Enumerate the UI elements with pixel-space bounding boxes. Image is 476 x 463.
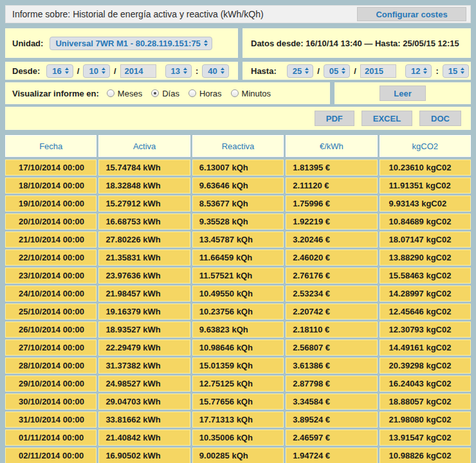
read-button[interactable]: Leer	[380, 86, 426, 101]
unit-select-value: Universal 7WR M1 - 80.28.119.151:75	[55, 39, 200, 48]
from-panel: Desde: 16 / 10 / 13 : 40	[5, 62, 238, 80]
unit-row: Unidad: Universal 7WR M1 - 80.28.119.151…	[5, 28, 471, 58]
from-minute-select[interactable]: 40	[202, 64, 228, 78]
radio-meses[interactable]: Meses	[107, 89, 142, 98]
from-label: Desde:	[12, 66, 40, 76]
from-year-input[interactable]	[120, 64, 156, 78]
radio-label: Minutos	[242, 89, 271, 98]
table-cell: 24/10/2014 00:00	[5, 286, 96, 302]
time-separator: :	[196, 66, 198, 76]
date-separator: /	[317, 66, 320, 76]
table-cell: 21/10/2014 00:00	[5, 232, 96, 248]
table-cell: 10.23610 kgC02	[380, 159, 471, 176]
table-cell: 15.77656 kQh	[192, 394, 284, 410]
table-cell: 26/10/2014 00:00	[5, 322, 96, 338]
export-row: PDFEXCELDOC	[5, 107, 471, 130]
from-day-select[interactable]: 16	[46, 64, 73, 78]
from-month-select[interactable]: 10	[83, 64, 109, 78]
export-doc-button[interactable]: DOC	[419, 111, 461, 126]
table-cell: 13.91547 kgC02	[380, 430, 471, 446]
table-cell: 23.97636 kWh	[98, 268, 190, 284]
from-minute-value: 40	[208, 66, 217, 76]
to-hour-select[interactable]: 12	[405, 64, 432, 78]
page-title: Informe sobre: Historial de energía acti…	[12, 9, 264, 19]
radio-dot-icon[interactable]	[151, 89, 159, 97]
table-cell: 18.88057 kgC02	[380, 394, 471, 410]
table-cell: 20/10/2014 00:00	[5, 213, 96, 230]
table-row: 23/10/2014 00:0023.97636 kWh11.57521 kQh…	[5, 268, 471, 284]
radio-dot-icon[interactable]	[188, 89, 196, 97]
table-cell: 15.58463 kgC02	[380, 268, 471, 284]
export-panel: PDFEXCELDOC	[5, 107, 471, 130]
table-cell: 29/10/2014 00:00	[5, 376, 96, 392]
to-month-select[interactable]: 05	[324, 64, 350, 78]
date-row: Desde: 16 / 10 / 13 : 40 Hasta: 25 / 05 …	[5, 62, 471, 80]
spinner-icon	[65, 68, 69, 74]
export-pdf-button[interactable]: PDF	[315, 111, 354, 126]
table-cell: 23/10/2014 00:00	[5, 268, 96, 284]
unit-select[interactable]: Universal 7WR M1 - 80.28.119.151:75	[50, 37, 212, 50]
from-hour-value: 13	[171, 66, 180, 76]
table-cell: 2.46597 €	[286, 430, 377, 446]
table-cell: 19/10/2014 00:00	[5, 195, 96, 212]
title-bar: Informe sobre: Historial de energía acti…	[5, 5, 471, 23]
radio-dot-icon[interactable]	[231, 89, 239, 97]
table-cell: 1.94724 €	[286, 448, 377, 463]
table-cell: 3.20246 €	[286, 232, 377, 248]
table-cell: 01/11/2014 00:00	[5, 430, 96, 446]
spinner-icon	[423, 68, 427, 74]
table-row: 02/11/2014 00:0016.90502 kWh9.00285 kQh1…	[5, 448, 471, 463]
table-cell: 10.98826 kgC02	[380, 448, 471, 463]
report-table: Fecha Activa Reactiva €/kWh kgCO2 17/10/…	[5, 135, 471, 463]
table-cell: 16.68753 kWh	[98, 213, 190, 230]
unit-panel: Unidad: Universal 7WR M1 - 80.28.119.151…	[5, 28, 238, 58]
to-label: Hasta:	[251, 66, 277, 76]
table-cell: 2.56807 €	[286, 340, 377, 356]
table-cell: 3.61386 €	[286, 358, 377, 374]
radio-label: Días	[162, 89, 179, 98]
table-cell: 11.57521 kQh	[192, 268, 284, 284]
table-cell: 27/10/2014 00:00	[5, 340, 96, 356]
to-year-input[interactable]	[360, 64, 396, 78]
spinner-icon	[204, 40, 208, 46]
table-row: 01/11/2014 00:0021.40842 kWh10.35006 kQh…	[5, 430, 471, 446]
radio-horas[interactable]: Horas	[188, 89, 222, 98]
radio-dias[interactable]: Días	[151, 89, 179, 98]
table-cell: 9.00285 kQh	[192, 448, 284, 463]
table-cell: 2.53234 €	[286, 286, 377, 302]
radio-minutos[interactable]: Minutos	[231, 89, 271, 98]
table-cell: 1.75996 €	[286, 195, 377, 212]
table-cell: 15.27912 kWh	[98, 195, 190, 212]
table-cell: 30/10/2014 00:00	[5, 394, 96, 410]
table-cell: 2.18110 €	[286, 322, 377, 338]
from-day-value: 16	[52, 66, 61, 76]
table-cell: 24.98527 kWh	[98, 376, 190, 392]
table-cell: 9.63823 kQh	[192, 322, 284, 338]
table-cell: 16.24043 kgC02	[380, 376, 471, 392]
table-cell: 22.29479 kWh	[98, 340, 190, 356]
report-page: Informe sobre: Historial de energía acti…	[0, 0, 476, 463]
table-cell: 17.71313 kQh	[192, 412, 284, 428]
table-cell: 9.93143 kgC02	[380, 195, 471, 212]
to-day-select[interactable]: 25	[287, 64, 313, 78]
table-cell: 16.90502 kWh	[98, 448, 190, 463]
spinner-icon	[461, 68, 464, 74]
table-cell: 14.28997 kgC02	[380, 286, 471, 302]
from-hour-select[interactable]: 13	[165, 64, 192, 78]
table-cell: 13.45787 kQh	[192, 232, 284, 248]
table-cell: 02/11/2014 00:00	[5, 448, 96, 463]
table-cell: 18.93527 kWh	[98, 322, 190, 338]
table-cell: 11.91351 kgC02	[380, 177, 471, 194]
table-cell: 12.75125 kQh	[192, 376, 284, 392]
table-cell: 15.01359 kQh	[192, 358, 284, 374]
configure-costs-button[interactable]: Configurar costes	[357, 7, 466, 21]
radio-dot-icon[interactable]	[107, 89, 114, 97]
export-excel-button[interactable]: EXCEL	[362, 111, 412, 126]
radio-label: Meses	[118, 89, 142, 98]
table-cell: 15.74784 kWh	[98, 159, 190, 176]
to-minute-select[interactable]: 15	[443, 64, 469, 78]
table-cell: 27.80226 kWh	[98, 232, 190, 248]
table-cell: 9.63646 kQh	[192, 177, 284, 194]
table-cell: 14.49161 kgC02	[380, 340, 471, 356]
table-row: 28/10/2014 00:0031.37382 kWh15.01359 kQh…	[5, 358, 471, 374]
